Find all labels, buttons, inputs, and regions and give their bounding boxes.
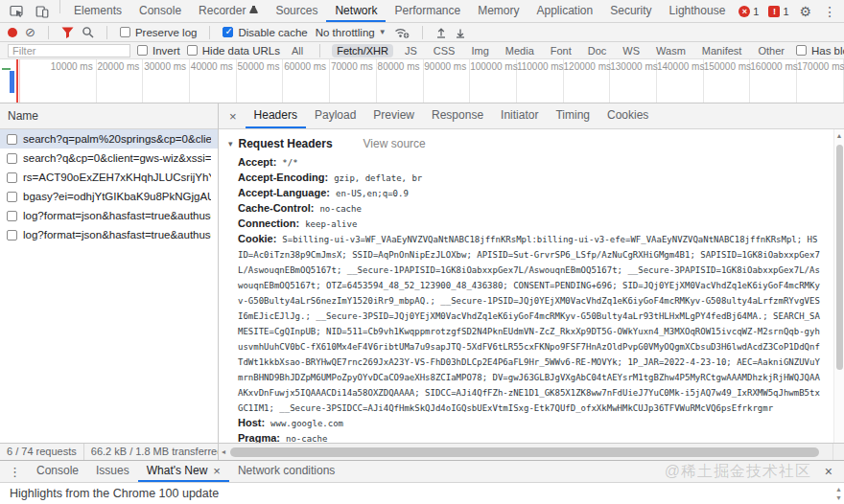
resource-type-filter[interactable]: Img — [466, 44, 493, 57]
device-toolbar-icon[interactable] — [30, 0, 55, 22]
panel-tab[interactable]: Security — [601, 0, 660, 22]
inspect-element-icon[interactable] — [4, 0, 30, 22]
request-row[interactable]: search?q=palm%20springs&cp=0&client=desk… — [0, 129, 218, 149]
request-row[interactable]: bgasy?ei=odhjYtGIKbaK9u8PkNGjgAU&yv=3&as… — [0, 187, 218, 206]
network-overview-timeline[interactable]: 10000 ms 20000 ms 30000 ms 40000 ms 5000… — [0, 59, 844, 103]
details-tab[interactable]: Cookies — [598, 103, 657, 128]
scroll-left-icon[interactable]: ◂ — [219, 447, 228, 456]
resource-type-filter[interactable]: CSS — [429, 44, 460, 57]
resource-filter-all[interactable]: All — [287, 44, 308, 57]
export-har-icon[interactable] — [455, 27, 466, 38]
timeline-cell: 50000 ms — [237, 59, 284, 103]
request-checkbox[interactable] — [7, 153, 17, 164]
import-har-icon[interactable] — [435, 27, 447, 38]
search-icon[interactable] — [82, 26, 94, 38]
request-checkbox[interactable] — [7, 134, 17, 145]
resource-type-filter[interactable]: Doc — [583, 44, 612, 57]
panel-tab[interactable]: Console — [130, 0, 190, 22]
panel-tab[interactable]: Application — [528, 0, 602, 22]
drawer-tab[interactable]: Console — [28, 461, 87, 482]
details-tab[interactable]: Payload — [306, 103, 364, 128]
timeline-cell: 30000 ms — [143, 59, 190, 103]
hide-data-urls-checkbox[interactable] — [187, 45, 198, 56]
headers-content: ▾ Request Headers View source Accept:*/*… — [219, 129, 833, 443]
resource-type-filter[interactable]: Font — [546, 44, 576, 57]
name-column-header[interactable]: Name — [0, 103, 218, 129]
details-tab[interactable]: Timing — [547, 103, 598, 128]
resource-type-filter[interactable]: Fetch/XHR — [332, 44, 393, 57]
resource-type-filter[interactable]: Manifest — [697, 44, 747, 57]
drawer-tab[interactable]: What's New — [138, 461, 229, 482]
section-title: Request Headers — [239, 137, 333, 150]
details-tab[interactable]: Preview — [364, 103, 423, 128]
extra-filter-toggle[interactable]: Has blocked cookies — [796, 45, 844, 57]
drawer-tab[interactable]: Network conditions — [229, 461, 343, 482]
clear-network-log-icon[interactable]: ⊘ — [25, 25, 35, 39]
hide-data-urls-toggle[interactable]: Hide data URLs — [187, 45, 280, 57]
request-row[interactable]: log?format=json&hasfast=true&authuser=0 — [0, 225, 218, 244]
vertical-scroll-thumb[interactable] — [836, 145, 843, 370]
details-tab[interactable]: Headers — [246, 103, 306, 128]
panel-tab[interactable]: Lighthouse — [661, 0, 735, 22]
settings-gear-icon[interactable]: ⚙ — [794, 4, 818, 19]
panel-tab[interactable]: Elements — [65, 0, 130, 22]
issues-badge[interactable]: ! 1 — [763, 6, 793, 17]
scroll-up-icon[interactable]: ▲ — [835, 486, 842, 493]
request-row[interactable]: log?format=json&hasfast=true&authuser=0 — [0, 206, 218, 225]
request-headers-section-header[interactable]: ▾ Request Headers View source — [228, 134, 826, 153]
request-row[interactable]: rs=ACT90oExZEH7xKHqhJLUCsrijYhYsYIuJw — [0, 168, 218, 187]
drawer-more-icon[interactable]: ⋮ — [2, 461, 28, 482]
panel-tab[interactable]: Recorder — [190, 0, 267, 22]
resource-type-filter[interactable]: WS — [618, 44, 645, 57]
record-network-log-button[interactable] — [8, 28, 17, 37]
panel-tab[interactable]: Memory — [469, 0, 528, 22]
disclosure-triangle-icon[interactable]: ▾ — [228, 139, 233, 149]
request-row[interactable]: search?q&cp=0&client=gws-wiz&xssi=t&hl=e… — [0, 149, 218, 168]
resource-type-filter[interactable]: Wasm — [651, 44, 691, 57]
horizontal-scrollbar[interactable]: ◂ — [219, 444, 844, 460]
panel-tab[interactable]: Performance — [386, 0, 469, 22]
more-options-icon[interactable]: ⋮ — [817, 4, 842, 19]
invert-checkbox[interactable] — [137, 45, 148, 56]
request-checkbox[interactable] — [7, 192, 17, 202]
details-tab[interactable]: Initiator — [492, 103, 547, 128]
scroll-up-icon[interactable]: ▲ — [834, 129, 844, 139]
disable-cache-toggle[interactable]: Disable cache — [223, 27, 307, 38]
panel-tab[interactable]: Sources — [267, 0, 326, 22]
filter-funnel-icon[interactable] — [61, 27, 74, 38]
resource-type-filter[interactable]: Other — [753, 44, 789, 57]
details-tab[interactable]: Response — [423, 103, 492, 128]
request-checkbox[interactable] — [7, 211, 17, 221]
close-drawer-icon[interactable]: × — [825, 464, 832, 479]
recorder-preview-icon — [249, 4, 258, 17]
throttling-select[interactable]: No throttling ▼ — [316, 27, 387, 38]
panel-tab[interactable]: Network — [326, 0, 386, 22]
filter-input[interactable] — [8, 44, 130, 57]
extra-filter-checkbox[interactable] — [796, 45, 807, 56]
timeline-cell: 10000 ms — [50, 59, 97, 103]
whats-new-title[interactable]: Highlights from the Chrome 100 update — [10, 487, 219, 500]
timeline-tick-label: 140000 ms — [657, 59, 703, 72]
scroll-down-icon[interactable]: ▼ — [835, 494, 842, 501]
request-checkbox[interactable] — [7, 230, 17, 241]
preserve-log-checkbox[interactable] — [120, 27, 130, 37]
drawer-scrollbar[interactable]: ▲ ▼ — [834, 485, 843, 502]
console-errors-badge[interactable]: × 1 — [734, 6, 763, 17]
invert-filter-toggle[interactable]: Invert — [137, 45, 180, 57]
view-source-button[interactable]: View source — [363, 137, 426, 150]
close-details-icon[interactable]: × — [221, 103, 246, 128]
horizontal-scroll-thumb[interactable] — [230, 447, 819, 457]
disable-cache-checkbox[interactable] — [223, 27, 233, 37]
timeline-cell: 120000 ms — [564, 59, 611, 103]
header-list: Accept:*/*Accept-Encoding:gzip, deflate,… — [238, 155, 826, 443]
preserve-log-toggle[interactable]: Preserve log — [120, 27, 198, 38]
resource-type-filter[interactable]: Media — [501, 44, 539, 57]
drawer-tab[interactable]: Issues — [87, 461, 138, 482]
network-conditions-icon[interactable] — [394, 27, 410, 38]
resource-type-filter[interactable]: JS — [400, 44, 422, 57]
close-tab-icon[interactable] — [213, 464, 221, 478]
vertical-scrollbar[interactable]: ▲ — [833, 129, 844, 443]
chevron-down-icon: ▼ — [379, 28, 387, 36]
timeline-tick-label: 110000 ms — [517, 59, 563, 72]
request-checkbox[interactable] — [7, 172, 17, 183]
